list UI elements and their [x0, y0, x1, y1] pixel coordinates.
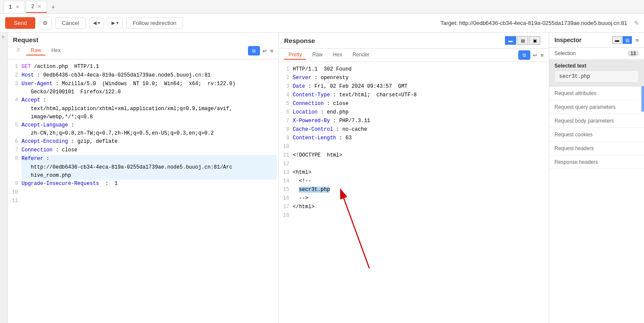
tab-2-label: 2 — [31, 3, 34, 9]
left-strip-text: ▶ — [0, 33, 7, 323]
request-panel-title: Request — [13, 36, 273, 43]
inspector-section-request-headers[interactable]: Request headers — [549, 142, 644, 155]
selected-text-highlight: secr3t.php — [299, 187, 330, 193]
selection-count: 13 — [628, 50, 639, 56]
code-line: 3 User-Agent : Mozilla/5.0 (Windows NT 1… — [9, 80, 277, 96]
code-line: 1 GET /action.php HTTP/1.1 — [9, 63, 277, 71]
inspector-list-icon[interactable]: ≡ — [635, 37, 639, 43]
code-line: 8 Cache-Control : no-cache — [281, 126, 547, 134]
code-line: 10 — [281, 143, 547, 151]
selected-text-section: Selected text secr3t.php — [549, 59, 644, 86]
code-line: 7 Connection : close — [9, 146, 277, 155]
inspector-section-request-query[interactable]: Request query parameters — [549, 100, 644, 114]
copy-icon: ⧉ — [523, 52, 526, 58]
code-line: 2 Server : openresty — [281, 74, 547, 83]
response-tab-actions: ⧉ ↵ ≡ — [518, 50, 544, 60]
code-line-15: 15 secr3t.php — [281, 186, 547, 194]
toolbar: Send ⚙ Cancel ◀ ▾ ▶ ▾ Follow redirection… — [0, 14, 644, 33]
response-tabs: Pretty Raw Hex Render — [284, 50, 518, 60]
request-code-area[interactable]: 1 GET /action.php HTTP/1.1 2 Host : 0edb… — [8, 59, 279, 323]
tab-response-pretty[interactable]: Pretty — [284, 50, 306, 60]
prev-button[interactable]: ◀ ▾ — [89, 18, 104, 28]
code-line: 5 Accept-Language : zh-CN,zh;q=0.8,zh-TW… — [9, 121, 277, 138]
request-menu-button[interactable]: ≡ — [270, 48, 273, 54]
request-tab-actions: ⧉ ↵ ≡ — [248, 46, 273, 55]
code-line: 6 Accept-Encoding : gzip, deflate — [9, 138, 277, 146]
tab-response-hex[interactable]: Hex — [328, 50, 346, 60]
inspector-title: Inspector — [554, 37, 609, 43]
request-panel-header: Request F Raw Hex ⧉ ↵ ≡ — [8, 33, 279, 59]
response-code-area[interactable]: 1 HTTP/1.1 302 Found 2 Server : openrest… — [279, 62, 549, 323]
response-headers-label: Response headers — [554, 159, 598, 165]
response-newline-button[interactable]: ↵ — [533, 52, 538, 58]
gear-button[interactable]: ⚙ — [39, 17, 52, 30]
response-panel-header: Response ▬ ▤ ▣ — [279, 33, 549, 49]
tab-1-label: 1 — [9, 4, 12, 10]
code-line: 9 Content-Length : 63 — [281, 134, 547, 143]
view-toggle-3[interactable]: ▣ — [529, 36, 540, 45]
code-line: 3 Date : Fri, 02 Feb 2024 09:43:57 GMT — [281, 83, 547, 91]
code-line: 17 </html> — [281, 203, 547, 212]
add-tab-button[interactable]: + — [48, 2, 58, 12]
inspector-view-toggles: ▬ ▤ — [612, 36, 632, 44]
selection-label: Selection — [554, 50, 576, 56]
code-line: 18 — [281, 212, 547, 220]
selected-text-label: Selected text — [554, 63, 639, 69]
scrollbar-thumb[interactable] — [641, 86, 644, 112]
tab-response-render[interactable]: Render — [348, 50, 374, 60]
code-line: 5 Connection : close — [281, 100, 547, 108]
inspector-section-response-headers[interactable]: Response headers — [549, 155, 644, 169]
tab-response-raw[interactable]: Raw — [308, 50, 327, 60]
request-body-label: Request body parameters — [554, 118, 614, 124]
tab-request-f[interactable]: F — [13, 46, 25, 55]
request-copy-button[interactable]: ⧉ — [248, 46, 260, 55]
request-panel: Request F Raw Hex ⧉ ↵ ≡ — [8, 33, 279, 323]
code-line: 1 HTTP/1.1 302 Found — [281, 65, 547, 74]
code-line: 14 <!-- — [281, 177, 547, 186]
copy-icon: ⧉ — [252, 48, 256, 54]
request-headers-label: Request headers — [554, 145, 594, 151]
inspector-section-request-body[interactable]: Request body parameters — [549, 114, 644, 128]
code-line: 9 Upgrade-Insecure-Requests : 1 — [9, 180, 277, 188]
target-label: Target: http://0edb6436-cb34-4eca-819a-0… — [440, 20, 627, 26]
follow-redirection-button[interactable]: Follow redirection — [126, 17, 183, 29]
tab-2[interactable]: 2 ✕ — [26, 1, 47, 13]
tab-1-close[interactable]: ✕ — [15, 4, 19, 10]
response-copy-button[interactable]: ⧉ — [518, 50, 530, 60]
code-line: 8 Referer : http://0edb6436-cb34-4eca-81… — [9, 155, 277, 180]
inspector-section-request-attributes[interactable]: Request attributes — [549, 86, 644, 100]
tab-request-hex[interactable]: Hex — [47, 46, 65, 55]
edit-icon[interactable]: ✎ — [634, 20, 639, 26]
request-attributes-label: Request attributes — [554, 90, 596, 96]
view-mode-toggles: ▬ ▤ ▣ — [505, 36, 540, 45]
view-toggle-2[interactable]: ▤ — [517, 36, 528, 45]
tab-bar: 1 ✕ 2 ✕ + — [0, 0, 644, 14]
code-line: 2 Host : 0edb6436-cb34-4eca-819a-0255da1… — [9, 71, 277, 80]
code-line: 12 — [281, 160, 547, 169]
selection-row: Selection 13 — [549, 48, 644, 59]
gear-icon: ⚙ — [43, 20, 48, 26]
send-button[interactable]: Send — [5, 17, 35, 29]
inspector-section-request-cookies[interactable]: Request cookies — [549, 128, 644, 142]
code-line: 16 --> — [281, 194, 547, 203]
selected-text-value: secr3t.php — [554, 71, 639, 83]
tab-request-raw[interactable]: Raw — [26, 46, 45, 55]
code-line: 6 Location : end.php — [281, 108, 547, 117]
code-line: 11 <!DOCTYPE html> — [281, 151, 547, 160]
newline-icon: ↵ — [263, 48, 267, 54]
next-button[interactable]: ▶ ▾ — [108, 18, 123, 28]
inspector-toggle-1[interactable]: ▬ — [612, 36, 622, 44]
main-content: ▶ Request F Raw Hex ⧉ ↵ ≡ — [0, 33, 644, 323]
code-line: 4 Content-Type : text/html; charset=UTF-… — [281, 91, 547, 100]
code-line: 13 <html> — [281, 169, 547, 177]
code-line: 10 — [9, 188, 277, 197]
response-menu-button[interactable]: ≡ — [540, 52, 544, 58]
inspector-panel: Inspector ▬ ▤ ≡ Selection 13 Selected te… — [549, 33, 644, 323]
cancel-button[interactable]: Cancel — [55, 17, 85, 29]
menu-icon: ≡ — [270, 48, 273, 54]
view-toggle-1[interactable]: ▬ — [505, 36, 516, 45]
request-newline-button[interactable]: ↵ — [263, 48, 267, 54]
inspector-toggle-2[interactable]: ▤ — [622, 36, 632, 44]
tab-1[interactable]: 1 ✕ — [3, 1, 25, 13]
tab-2-close[interactable]: ✕ — [37, 4, 41, 9]
